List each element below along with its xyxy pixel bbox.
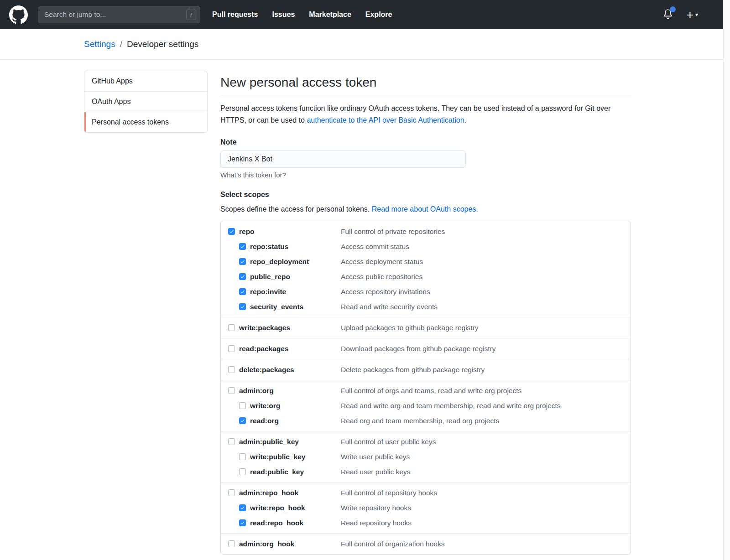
- scope-row-security-events: security_eventsRead and write security e…: [239, 299, 623, 314]
- scope-description: Read repository hooks: [341, 519, 623, 527]
- scope-row-read-org: read:orgRead org and team membership, re…: [239, 413, 623, 428]
- search-input[interactable]: [38, 6, 200, 23]
- select-scopes-label: Select scopes: [220, 191, 631, 199]
- unread-notification-dot: [670, 6, 676, 12]
- scopes-intro: Scopes define the access for personal to…: [220, 205, 631, 213]
- scope-group-repo: repoFull control of private repositories…: [221, 221, 631, 317]
- checkbox-repo-deployment[interactable]: [239, 258, 246, 265]
- sidebar-item-github-apps[interactable]: GitHub Apps: [84, 71, 207, 91]
- content-container: GitHub AppsOAuth AppsPersonal access tok…: [84, 71, 631, 555]
- scope-description: Access deployment status: [341, 258, 623, 266]
- scope-description: Full control of user public keys: [341, 438, 623, 446]
- note-help-text: What’s this token for?: [220, 171, 631, 179]
- scope-row-write-org: write:orgRead and write org and team mem…: [239, 398, 623, 413]
- scope-group-admin-public-key: admin:public_keyFull control of user pub…: [221, 431, 631, 482]
- checkbox-read-packages[interactable]: [228, 345, 235, 352]
- page-scrollbar[interactable]: [723, 0, 730, 560]
- checkbox-repo[interactable]: [228, 228, 235, 235]
- scope-description: Write user public keys: [341, 453, 623, 461]
- scope-row-read-packages: read:packagesDownload packages from gith…: [228, 341, 623, 356]
- nav-link-explore[interactable]: Explore: [365, 10, 392, 19]
- intro-paragraph: Personal access tokens function like ord…: [220, 103, 631, 126]
- scope-row-admin-repo-hook: admin:repo_hookFull control of repositor…: [228, 485, 623, 500]
- checkbox-public-repo[interactable]: [239, 273, 246, 280]
- scope-group-delete-packages: delete:packagesDelete packages from gith…: [221, 359, 631, 380]
- scope-description: Read user public keys: [341, 468, 623, 476]
- scope-description: Full control of private repositories: [341, 228, 623, 236]
- scope-description: Access public repositories: [341, 273, 623, 281]
- checkbox-write-repo-hook[interactable]: [239, 504, 246, 511]
- scope-name: read:packages: [239, 345, 341, 353]
- slash-shortcut-key: /: [186, 10, 196, 20]
- breadcrumb-settings-link[interactable]: Settings: [84, 39, 115, 49]
- scope-description: Write repository hooks: [341, 504, 623, 512]
- scope-description: Read and write security events: [341, 303, 623, 311]
- nav-link-issues[interactable]: Issues: [272, 10, 295, 19]
- checkbox-repo-invite[interactable]: [239, 288, 246, 295]
- top-navigation: / Pull requestsIssuesMarketplaceExplore …: [0, 0, 730, 29]
- scope-description: Read and write org and team membership, …: [341, 402, 623, 410]
- developer-settings-side-menu: GitHub AppsOAuth AppsPersonal access tok…: [84, 71, 208, 133]
- scope-name: admin:repo_hook: [239, 489, 341, 497]
- scope-row-public-repo: public_repoAccess public repositories: [239, 269, 623, 284]
- top-nav-right: + ▾: [662, 8, 698, 21]
- checkbox-read-repo-hook[interactable]: [239, 519, 246, 526]
- create-new-menu[interactable]: + ▾: [687, 9, 698, 21]
- scope-children: repo:statusAccess commit statusrepo_depl…: [239, 239, 623, 314]
- checkbox-admin-org[interactable]: [228, 387, 235, 394]
- scope-row-delete-packages: delete:packagesDelete packages from gith…: [228, 362, 623, 377]
- breadcrumb-separator: /: [120, 39, 122, 49]
- oauth-scopes-link[interactable]: Read more about OAuth scopes.: [372, 205, 478, 213]
- checkbox-read-public-key[interactable]: [239, 468, 246, 475]
- scope-row-write-repo-hook: write:repo_hookWrite repository hooks: [239, 500, 623, 515]
- scope-description: Delete packages from github package regi…: [341, 366, 623, 374]
- intro-suffix: .: [464, 116, 466, 124]
- plus-icon: +: [687, 9, 694, 21]
- scope-name: write:packages: [239, 324, 341, 332]
- scope-children: write:orgRead and write org and team mem…: [239, 398, 623, 428]
- checkbox-repo-status[interactable]: [239, 243, 246, 250]
- basic-auth-link[interactable]: authenticate to the API over Basic Authe…: [307, 116, 464, 124]
- checkbox-write-packages[interactable]: [228, 324, 235, 331]
- scope-description: Download packages from github package re…: [341, 345, 623, 353]
- nav-link-marketplace[interactable]: Marketplace: [309, 10, 351, 19]
- scope-name: read:org: [250, 417, 341, 425]
- note-input[interactable]: [220, 150, 466, 168]
- checkbox-admin-repo-hook[interactable]: [228, 489, 235, 496]
- scope-row-admin-org: admin:orgFull control of orgs and teams,…: [228, 383, 623, 398]
- checkbox-write-org[interactable]: [239, 402, 246, 409]
- scope-group-admin-repo-hook: admin:repo_hookFull control of repositor…: [221, 482, 631, 533]
- breadcrumb: Settings / Developer settings: [0, 29, 730, 60]
- scopes-intro-text: Scopes define the access for personal to…: [220, 205, 372, 213]
- scope-group-admin-org-hook: admin:org_hookFull control of organizati…: [221, 533, 631, 554]
- scope-children: write:repo_hookWrite repository hooksrea…: [239, 500, 623, 530]
- sidebar-item-oauth-apps[interactable]: OAuth Apps: [84, 91, 207, 112]
- scope-group-admin-org: admin:orgFull control of orgs and teams,…: [221, 380, 631, 431]
- scope-name: public_repo: [250, 273, 341, 281]
- github-logo-icon[interactable]: [9, 5, 28, 24]
- notifications-bell-icon[interactable]: [662, 8, 674, 21]
- scope-name: read:public_key: [250, 468, 341, 476]
- scope-name: repo:invite: [250, 288, 341, 296]
- main-column: New personal access token Personal acces…: [220, 71, 631, 555]
- scope-row-write-packages: write:packagesUpload packages to github …: [228, 320, 623, 335]
- scope-name: admin:org_hook: [239, 540, 341, 548]
- scope-row-repo-status: repo:statusAccess commit status: [239, 239, 623, 254]
- sidebar-item-personal-access-tokens[interactable]: Personal access tokens: [84, 112, 207, 132]
- scope-row-repo-deployment: repo_deploymentAccess deployment status: [239, 254, 623, 269]
- scopes-list: repoFull control of private repositories…: [220, 221, 631, 555]
- nav-link-pull-requests[interactable]: Pull requests: [212, 10, 258, 19]
- checkbox-read-org[interactable]: [239, 417, 246, 424]
- checkbox-security-events[interactable]: [239, 303, 246, 310]
- scope-description: Access commit status: [341, 243, 623, 251]
- scope-children: write:public_keyWrite user public keysre…: [239, 449, 623, 479]
- checkbox-admin-org-hook[interactable]: [228, 540, 235, 547]
- scope-description: Upload packages to github package regist…: [341, 324, 623, 332]
- scope-description: Access repository invitations: [341, 288, 623, 296]
- page-title: New personal access token: [220, 74, 631, 95]
- checkbox-write-public-key[interactable]: [239, 453, 246, 460]
- caret-down-icon: ▾: [695, 12, 698, 17]
- checkbox-admin-public-key[interactable]: [228, 438, 235, 445]
- note-label: Note: [220, 138, 631, 146]
- checkbox-delete-packages[interactable]: [228, 366, 235, 373]
